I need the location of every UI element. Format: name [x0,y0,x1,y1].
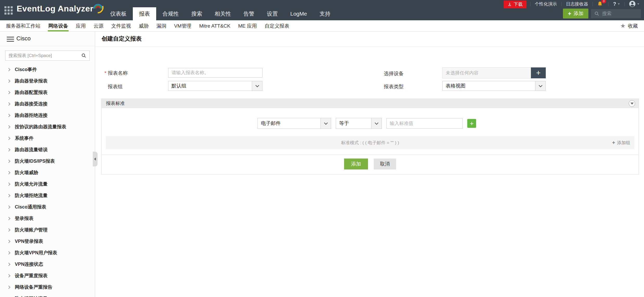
report-group-item[interactable]: VPN连接状态 [0,258,95,270]
nav-tab-7[interactable]: 设置 [261,7,284,20]
add-report-button[interactable]: 添加 [344,159,368,169]
report-group-item[interactable]: 按协议的路由器流量报表 [0,121,95,132]
chevron-right-icon [7,182,10,186]
user-menu-button[interactable] [625,1,641,7]
report-group-item[interactable]: 防火墙网站流量 [0,293,95,297]
report-group-item[interactable]: 防火墙IDS/IPS报表 [0,155,95,167]
report-group-item[interactable]: 路由器配置报表 [0,87,95,98]
report-group-label: 报表组 [108,83,123,90]
logo-swoosh-icon [92,1,104,14]
divider [530,2,530,6]
report-group-item[interactable]: 设备严重度报表 [0,270,95,281]
device-picker-value[interactable]: 未选择任何内容 [442,67,531,78]
global-add-button[interactable]: + 添加 [563,9,588,18]
help-menu-button[interactable]: ? [609,1,624,7]
chevron-right-icon [7,171,10,174]
panel-collapse-button[interactable] [629,100,635,107]
hamburger-menu-icon[interactable] [7,37,14,43]
subnav-tab-5[interactable]: 文件监视 [107,20,135,31]
star-icon: ★ [620,23,626,29]
notification-badge: 3 [601,0,606,3]
chevron-right-icon [7,228,10,232]
app-grid-icon[interactable] [4,6,13,15]
add-device-button[interactable]: + [531,67,546,78]
report-group-item-label: 防火墙账户管理 [15,227,48,233]
report-group-item-label: 路由器配置报表 [15,89,48,96]
report-name-input[interactable] [168,68,262,78]
sidebar: Cisco Cisco事件路由器登录报表路由器配置报表路由器接受连接路由器拒绝连… [0,31,95,297]
personalized-demo-link[interactable]: 个性化演示 [531,1,561,7]
report-search-input[interactable] [9,53,81,58]
nav-tab-2[interactable]: 报表 [133,7,156,20]
subnav-tab-2[interactable]: 网络设备 [44,20,72,31]
report-type-select[interactable]: 表格视图 [442,81,546,91]
add-group-button[interactable]: + 添加组 [612,136,630,149]
report-group-item[interactable]: 路由器接受连接 [0,98,95,110]
report-group-item[interactable]: Cisco事件 [0,64,95,75]
device-picker: 未选择任何内容 + [442,67,546,78]
download-button[interactable]: 下载 [504,1,527,8]
chevron-down-icon [630,103,634,105]
avatar-icon [629,1,636,7]
cancel-button[interactable]: 取消 [374,159,396,169]
criteria-pattern-text: 标准模式 : ( ( 电子邮件 = "" ) ) [341,140,399,146]
report-group-item[interactable]: 防火墙威胁 [0,167,95,178]
chevron-right-icon [7,286,10,289]
report-group-item[interactable]: 系统事件 [0,132,95,144]
report-group-item[interactable]: VPN登录报表 [0,236,95,247]
report-group-item-label: Cisco通用报表 [15,204,46,210]
chevron-down-icon [324,121,327,124]
report-group-item[interactable]: 登录报表 [0,213,95,224]
global-search-box[interactable]: 搜索 [591,9,641,18]
report-group-item-label: 防火墙IDS/IPS报表 [15,158,55,164]
report-group-item-label: 防火墙VPN用户报表 [15,250,57,256]
report-group-item[interactable]: 网络设备严重报告 [0,281,95,293]
chevron-right-icon [7,79,10,83]
subnav-tab-9[interactable]: Mitre ATT&CK [195,20,234,31]
subnav-tab-4[interactable]: 云源 [90,20,107,31]
nav-tab-3[interactable]: 合规性 [156,7,185,20]
report-search-box [5,50,90,61]
report-group-item[interactable]: 防火墙允许流量 [0,178,95,190]
report-group-item[interactable]: 防火墙VPN用户报表 [0,247,95,258]
nav-tab-1[interactable]: 仪表板 [104,7,133,20]
favorite-button[interactable]: ★ 收藏 [614,20,644,31]
add-criteria-button[interactable]: + [467,119,476,128]
report-group-item[interactable]: 防火墙账户管理 [0,224,95,236]
report-group-item[interactable]: 路由器流量错误 [0,144,95,155]
nav-tab-8[interactable]: LogMe [284,7,313,20]
chevron-right-icon [7,217,10,220]
nav-tab-5[interactable]: 相关性 [208,7,237,20]
criteria-value-input[interactable] [386,118,463,129]
nav-tab-9[interactable]: 支持 [313,7,337,20]
subnav-tab-10[interactable]: ME 应用 [234,20,261,31]
chevron-right-icon [7,137,10,140]
criteria-operator-select[interactable]: 等于 [336,118,382,129]
report-group-item[interactable]: 防火墙拒绝流量 [0,190,95,201]
app-logo[interactable]: EventLog Analyzer [17,4,104,14]
subnav-tab-1[interactable]: 服务器和工作站 [2,20,44,31]
report-group-item-label: 防火墙网站流量 [15,295,48,297]
criteria-field-select[interactable]: 电子邮件 [258,118,331,129]
criteria-operator-value: 等于 [339,120,349,127]
search-icon [594,11,599,16]
select-arrow [535,81,546,91]
report-group-item[interactable]: 路由器拒绝连接 [0,110,95,121]
report-group-select[interactable]: 默认组 [168,81,262,91]
notifications-button[interactable]: 3 [593,1,608,7]
nav-tab-4[interactable]: 搜索 [185,7,208,20]
form-actions: 添加 取消 [102,154,639,174]
plus-icon: + [612,140,615,146]
report-group-item[interactable]: 路由器登录报表 [0,75,95,87]
subnav-tab-6[interactable]: 威胁 [135,20,153,31]
report-group-item[interactable]: Cisco通用报表 [0,201,95,213]
sidebar-collapse-handle[interactable] [93,152,97,166]
report-group-item-label: 路由器流量错误 [15,147,48,153]
subnav-tab-8[interactable]: VM管理 [170,20,195,31]
subnav-tab-7[interactable]: 漏洞 [153,20,170,31]
subnav-tab-3[interactable]: 应用 [72,20,90,31]
nav-tab-6[interactable]: 告警 [237,7,261,20]
log-receiver-link[interactable]: 日志接收器 [562,1,592,7]
divider [593,2,593,6]
subnav-tab-11[interactable]: 自定义报表 [261,20,293,31]
